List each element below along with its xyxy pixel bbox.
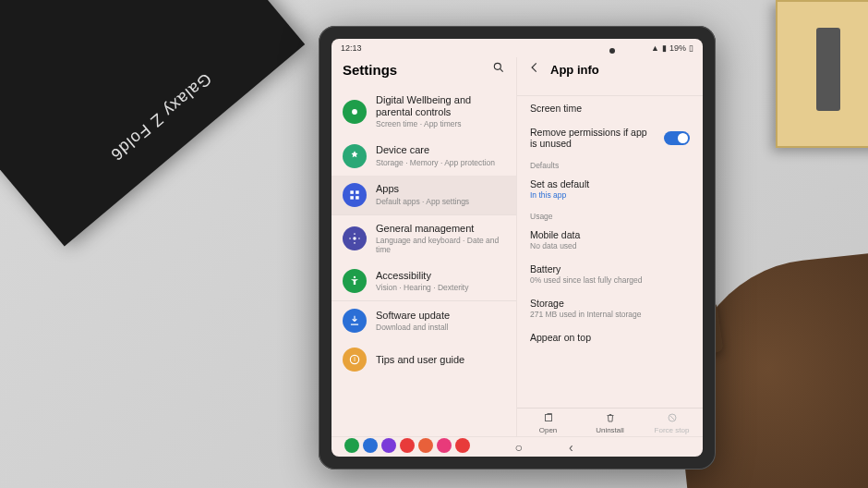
action-force-stop: Force stop xyxy=(641,412,703,434)
general-icon xyxy=(343,226,367,250)
setting-item-general[interactable]: General management Language and keyboard… xyxy=(332,214,516,262)
setting-item-software-update[interactable]: Software update Download and install xyxy=(332,300,516,340)
svg-line-13 xyxy=(669,416,674,421)
back-icon[interactable] xyxy=(528,61,541,78)
setting-sub: Language and keyboard · Date and time xyxy=(376,236,505,254)
wellbeing-icon xyxy=(343,100,367,124)
product-box: Galaxy Z Fold6 xyxy=(0,0,305,247)
setting-sub: Screen time · App timers xyxy=(376,119,505,128)
section-caption: Usage xyxy=(517,206,703,223)
setting-title: Software update xyxy=(376,310,505,322)
section-caption: Defaults xyxy=(517,155,703,172)
wifi-icon: ▲ xyxy=(651,43,659,53)
dock-app-1[interactable] xyxy=(363,438,378,453)
setting-sub: Default apps · App settings xyxy=(376,197,505,206)
apps-icon xyxy=(343,183,367,207)
setting-sub: Download and install xyxy=(376,323,505,332)
dock-app-3[interactable] xyxy=(400,438,415,453)
dock-app-0[interactable] xyxy=(344,438,359,453)
app-info-panel: App info Screen timeRemove permissions i… xyxy=(517,57,703,436)
status-time: 12:13 xyxy=(341,43,362,53)
svg-point-2 xyxy=(352,109,357,115)
accessibility-icon xyxy=(343,269,367,293)
device-care-icon xyxy=(343,144,367,168)
setting-title: Digital Wellbeing and parental controls xyxy=(376,94,505,118)
settings-panel: Settings Digital Wellbeing and parental … xyxy=(332,57,517,436)
svg-line-1 xyxy=(500,68,502,71)
front-camera xyxy=(609,48,615,54)
home-button[interactable]: ○ xyxy=(515,440,523,455)
hinge xyxy=(816,28,840,111)
toggle-switch[interactable] xyxy=(664,131,690,145)
stop-icon xyxy=(667,412,678,425)
setting-item-device-care[interactable]: Device care Storage · Memory · App prote… xyxy=(332,137,516,176)
dock-app-5[interactable] xyxy=(437,438,452,453)
detail-screen-time[interactable]: Screen time xyxy=(517,96,703,120)
dock-app-6[interactable] xyxy=(455,438,470,453)
setting-title: Apps xyxy=(376,183,505,195)
detail-storage[interactable]: Storage271 MB used in Internal storage xyxy=(517,291,703,325)
setting-title: Device care xyxy=(376,144,505,156)
toggle-remove-permissions[interactable]: Remove permissions if app is unused xyxy=(517,120,703,155)
setting-item-apps[interactable]: Apps Default apps · App settings xyxy=(332,176,516,214)
setting-title: Accessibility xyxy=(376,270,505,282)
device-frame: 12:13 ▲ ▮ 19% ▯ Settings Digital Wellbei… xyxy=(319,26,716,470)
setting-sub: Vision · Hearing · Dexterity xyxy=(376,283,505,292)
svg-point-7 xyxy=(353,237,356,240)
action-uninstall[interactable]: Uninstall xyxy=(579,412,641,434)
setting-item-tips[interactable]: i Tips and user guide xyxy=(332,340,516,379)
signal-icon: ▮ xyxy=(662,43,667,53)
screen: 12:13 ▲ ▮ 19% ▯ Settings Digital Wellbei… xyxy=(332,39,703,457)
setting-title: Tips and user guide xyxy=(376,354,505,366)
trash-icon xyxy=(605,412,616,425)
svg-rect-4 xyxy=(356,190,359,194)
status-bar: 12:13 ▲ ▮ 19% ▯ xyxy=(332,39,703,57)
open-icon xyxy=(543,412,554,425)
dock-app-2[interactable] xyxy=(381,438,396,453)
setting-item-wellbeing[interactable]: Digital Wellbeing and parental controls … xyxy=(332,87,516,137)
svg-rect-11 xyxy=(545,415,551,421)
software-update-icon xyxy=(343,309,367,333)
nav-bar: ≡ ○ ‹ xyxy=(332,436,703,457)
svg-rect-5 xyxy=(350,196,354,200)
setting-item-accessibility[interactable]: Accessibility Vision · Hearing · Dexteri… xyxy=(332,262,516,300)
svg-rect-3 xyxy=(350,190,354,194)
action-open[interactable]: Open xyxy=(517,412,579,434)
svg-rect-6 xyxy=(356,196,359,200)
app-info-title: App info xyxy=(550,63,599,77)
app-actions-bar: OpenUninstallForce stop xyxy=(517,408,703,436)
detail-battery[interactable]: Battery0% used since last fully charged xyxy=(517,257,703,291)
app-dock xyxy=(344,438,470,453)
search-icon[interactable] xyxy=(492,61,505,78)
svg-text:i: i xyxy=(354,356,356,362)
permissions-summary xyxy=(517,83,703,96)
battery-pct: 19% xyxy=(669,43,686,53)
detail-set-as-default[interactable]: Set as defaultIn this app xyxy=(517,172,703,206)
setting-sub: Storage · Memory · App protection xyxy=(376,158,505,167)
svg-point-8 xyxy=(354,276,356,278)
detail-appear-on-top[interactable]: Appear on top xyxy=(517,325,703,349)
svg-point-0 xyxy=(494,63,500,69)
detail-mobile-data[interactable]: Mobile dataNo data used xyxy=(517,223,703,257)
settings-title: Settings xyxy=(343,62,485,78)
tips-icon: i xyxy=(343,348,367,372)
battery-icon: ▯ xyxy=(689,43,693,53)
back-button[interactable]: ‹ xyxy=(569,440,573,455)
dock-app-4[interactable] xyxy=(418,438,433,453)
setting-title: General management xyxy=(376,223,505,235)
